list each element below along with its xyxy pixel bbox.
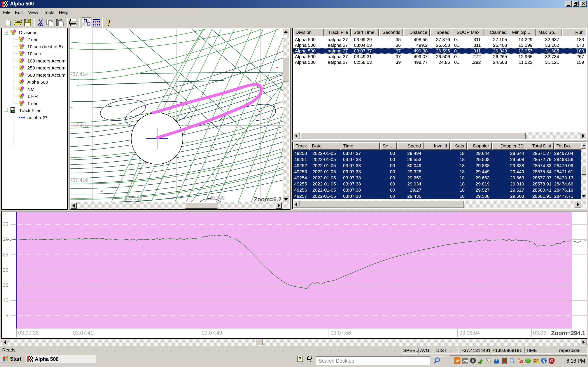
svg-text:03:08:: 03:08: [533, 330, 548, 336]
svg-text:-37.416: -37.416 [71, 177, 88, 183]
svg-text:vm: vm [463, 359, 468, 363]
svg-text:139.988: 139.988 [207, 195, 225, 201]
svg-text:25: 25 [3, 252, 8, 258]
svg-text:15: 15 [3, 282, 8, 288]
svg-text:03:08:04: 03:08:04 [459, 330, 480, 336]
svg-text:03:07:49: 03:07:49 [202, 330, 222, 336]
svg-text:5: 5 [6, 313, 8, 318]
svg-text:03:07:41: 03:07:41 [73, 330, 93, 336]
svg-text:10: 10 [3, 298, 8, 303]
svg-text:Zoom=294.1: Zoom=294.1 [551, 330, 585, 336]
svg-text:03:07:38: 03:07:38 [18, 330, 38, 336]
svg-text:139.986: 139.986 [124, 195, 142, 201]
svg-text:Zoom=6.2: Zoom=6.2 [254, 196, 282, 202]
svg-text:-37.414: -37.414 [71, 71, 88, 77]
svg-text:35: 35 [3, 222, 8, 227]
svg-text:03:07:56: 03:07:56 [330, 330, 351, 336]
svg-text:20: 20 [3, 267, 8, 273]
svg-text:?: ? [106, 18, 111, 28]
svg-text:-37.415: -37.415 [71, 123, 88, 128]
